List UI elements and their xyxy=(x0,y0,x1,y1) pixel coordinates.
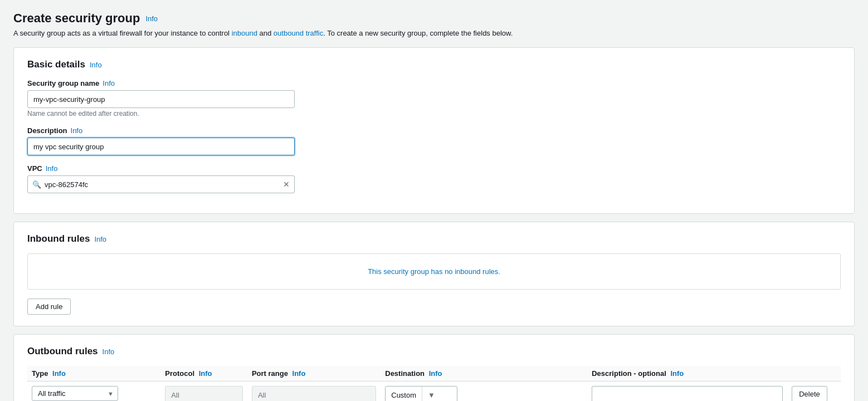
col-header-type: Type Info xyxy=(27,366,160,382)
inbound-empty-state: This security group has no inbound rules… xyxy=(27,253,841,290)
basic-details-header: Basic details Info xyxy=(27,59,841,70)
col-type-info[interactable]: Info xyxy=(52,369,66,378)
basic-details-info-link[interactable]: Info xyxy=(90,61,102,69)
vpc-search-input[interactable] xyxy=(45,180,280,189)
col-header-protocol: Protocol Info xyxy=(160,366,247,382)
security-group-name-hint: Name cannot be edited after creation. xyxy=(27,110,841,118)
outbound-rule-description-cell xyxy=(587,382,787,402)
outbound-rule-actions-cell: Delete xyxy=(787,382,841,402)
col-description-info[interactable]: Info xyxy=(670,369,684,378)
col-header-port: Port range Info xyxy=(247,366,381,382)
vpc-label: VPC xyxy=(27,164,42,173)
security-group-name-label: Security group name xyxy=(27,79,99,87)
col-port-info[interactable]: Info xyxy=(292,369,306,378)
basic-details-title: Basic details xyxy=(27,59,85,70)
page-description: A security group acts as a virtual firew… xyxy=(13,29,855,37)
col-destination-info[interactable]: Info xyxy=(429,369,442,378)
protocol-readonly-input xyxy=(165,386,243,401)
outbound-rules-title: Outbound rules xyxy=(27,346,98,357)
description-label: Description xyxy=(27,126,67,135)
description-input[interactable] xyxy=(27,138,295,155)
inbound-link[interactable]: inbound xyxy=(232,29,257,37)
security-group-name-input[interactable] xyxy=(27,90,295,108)
outbound-rule-port-cell xyxy=(247,382,381,402)
outbound-delete-button[interactable]: Delete xyxy=(792,386,827,401)
outbound-rule-row: All traffic Custom TCP Custom UDP SSH HT… xyxy=(27,382,841,402)
outbound-rules-section: Outbound rules Info Type Info Protocol I… xyxy=(13,334,855,401)
outbound-description-input[interactable] xyxy=(592,386,783,401)
security-group-name-info[interactable]: Info xyxy=(103,79,115,87)
description-field: Description Info xyxy=(27,126,841,155)
outbound-rule-destination-cell: Custom ▼ 🔍 0.0.0.0/0 ✕ xyxy=(381,382,587,402)
inbound-rules-info-link[interactable]: Info xyxy=(94,235,106,243)
destination-type-arrow[interactable]: ▼ xyxy=(422,387,457,401)
inbound-rules-title: Inbound rules xyxy=(27,233,90,244)
page-info-link[interactable]: Info xyxy=(145,14,158,23)
outbound-link[interactable]: outbound traffic xyxy=(274,29,323,37)
col-header-description: Description - optional Info xyxy=(587,366,787,382)
vpc-info[interactable]: Info xyxy=(46,164,58,173)
outbound-rules-header-row: Type Info Protocol Info Port range Info … xyxy=(27,366,841,382)
inbound-rules-section: Inbound rules Info This security group h… xyxy=(13,222,855,326)
inbound-rules-header: Inbound rules Info xyxy=(27,233,841,244)
col-protocol-info[interactable]: Info xyxy=(199,369,212,378)
type-select[interactable]: All traffic Custom TCP Custom UDP SSH HT… xyxy=(32,386,118,401)
vpc-clear-icon[interactable]: ✕ xyxy=(283,180,290,189)
description-info[interactable]: Info xyxy=(71,126,83,135)
port-readonly-input xyxy=(252,386,376,401)
outbound-rules-header: Outbound rules Info xyxy=(27,346,841,357)
destination-type-select-wrapper[interactable]: Custom ▼ xyxy=(385,386,457,401)
outbound-rules-table: Type Info Protocol Info Port range Info … xyxy=(27,366,841,401)
inbound-add-rule-button[interactable]: Add rule xyxy=(27,299,71,315)
outbound-rules-info-link[interactable]: Info xyxy=(103,348,115,356)
col-header-destination: Destination Info xyxy=(381,366,587,382)
destination-type-label: Custom xyxy=(386,391,422,399)
basic-details-section: Basic details Info Security group name I… xyxy=(13,47,855,214)
vpc-field: VPC Info 🔍 ✕ xyxy=(27,164,841,193)
outbound-rule-protocol-cell xyxy=(160,382,247,402)
type-select-wrapper: All traffic Custom TCP Custom UDP SSH HT… xyxy=(32,386,118,401)
vpc-search-wrapper: 🔍 ✕ xyxy=(27,175,295,193)
page-title: Create security group xyxy=(13,11,140,26)
security-group-name-field: Security group name Info Name cannot be … xyxy=(27,79,841,118)
vpc-search-icon: 🔍 xyxy=(32,180,41,189)
col-header-actions xyxy=(787,366,841,382)
outbound-rule-type-cell: All traffic Custom TCP Custom UDP SSH HT… xyxy=(27,382,160,402)
